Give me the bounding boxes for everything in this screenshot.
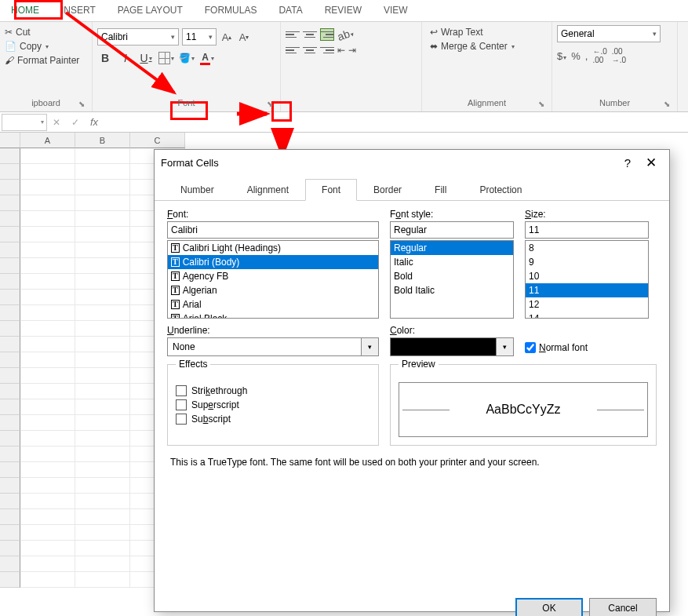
row-header[interactable] [0, 290, 20, 305]
cell[interactable] [20, 447, 75, 462]
row-header[interactable] [0, 431, 20, 447]
row-header[interactable] [0, 478, 20, 494]
cell[interactable] [75, 337, 130, 352]
wrap-text-button[interactable]: ↩Wrap Text [427, 25, 547, 39]
cell[interactable] [20, 415, 75, 431]
fill-color-button[interactable]: 🪣▾ [179, 50, 195, 66]
name-box[interactable]: ▾ [2, 114, 47, 131]
row-header[interactable] [0, 556, 20, 572]
cell[interactable] [75, 415, 130, 431]
list-item[interactable]: TArial Black [168, 312, 378, 319]
cell[interactable] [20, 399, 75, 415]
row-header[interactable] [0, 227, 20, 242]
fontstyle-listbox[interactable]: RegularItalicBoldBold Italic [390, 240, 514, 319]
dlg-tab-protection[interactable]: Protection [463, 179, 538, 201]
row-header[interactable] [0, 274, 20, 290]
row-header[interactable] [0, 462, 20, 478]
cell[interactable] [75, 148, 130, 164]
fontstyle-input[interactable] [390, 221, 514, 239]
cell[interactable] [20, 164, 75, 180]
cancel-button[interactable]: Cancel [589, 598, 657, 616]
list-item[interactable]: Bold [391, 269, 513, 283]
superscript-checkbox[interactable]: Superscript [176, 399, 370, 410]
dlg-tab-border[interactable]: Border [357, 179, 418, 201]
font-family-select[interactable]: Calibri [97, 28, 179, 46]
cell[interactable] [20, 541, 75, 556]
cell[interactable] [75, 164, 130, 180]
cell[interactable] [20, 290, 75, 305]
cell[interactable] [75, 305, 130, 321]
ribbon-tab-data[interactable]: DATA [268, 0, 313, 21]
row-header[interactable] [0, 572, 20, 588]
size-listbox[interactable]: 8910111214 [525, 240, 649, 319]
color-dropdown-icon[interactable]: ▾ [497, 337, 514, 356]
select-all-corner[interactable] [0, 133, 20, 148]
cell[interactable] [20, 305, 75, 321]
borders-button[interactable]: ▾ [158, 50, 174, 66]
col-header[interactable]: B [75, 133, 130, 148]
dlg-tab-fill[interactable]: Fill [418, 179, 463, 201]
row-header[interactable] [0, 494, 20, 509]
list-item[interactable]: 11 [526, 283, 648, 297]
cell[interactable] [75, 447, 130, 462]
cell[interactable] [20, 211, 75, 227]
cell[interactable] [75, 352, 130, 368]
dlg-tab-font[interactable]: Font [305, 179, 357, 201]
cell[interactable] [20, 572, 75, 588]
decrease-indent-icon[interactable]: ⇤ [337, 45, 345, 56]
ribbon-tab-insert[interactable]: INSERT [50, 0, 107, 21]
cell[interactable] [20, 258, 75, 274]
cancel-formula-icon[interactable]: ✕ [47, 113, 66, 132]
enter-formula-icon[interactable]: ✓ [66, 113, 85, 132]
cell[interactable] [20, 227, 75, 242]
dlg-tab-alignment[interactable]: Alignment [231, 179, 305, 201]
cell[interactable] [75, 384, 130, 399]
col-header[interactable]: C [130, 133, 185, 148]
cell[interactable] [75, 431, 130, 447]
row-header[interactable] [0, 415, 20, 431]
dialog-help-icon[interactable]: ? [616, 151, 639, 173]
row-header[interactable] [0, 180, 20, 195]
list-item[interactable]: TAgency FB [168, 269, 378, 283]
accounting-format-icon[interactable]: $▾ [557, 50, 566, 62]
row-header[interactable] [0, 242, 20, 258]
font-input[interactable] [167, 221, 379, 239]
ok-button[interactable]: OK [515, 598, 583, 616]
cell[interactable] [20, 384, 75, 399]
cell[interactable] [20, 321, 75, 337]
cell[interactable] [75, 462, 130, 478]
cell[interactable] [20, 431, 75, 447]
cell[interactable] [75, 195, 130, 211]
cell[interactable] [20, 180, 75, 195]
cell[interactable] [75, 478, 130, 494]
ribbon-tab-formulas[interactable]: FORMULAS [194, 0, 268, 21]
cell[interactable] [20, 556, 75, 572]
insert-function-icon[interactable]: fx [85, 113, 104, 132]
increase-font-icon[interactable]: A▴ [220, 29, 234, 45]
list-item[interactable]: TAlgerian [168, 283, 378, 297]
cell[interactable] [75, 399, 130, 415]
cell[interactable] [75, 525, 130, 541]
alignment-launcher[interactable]: ⬊ [536, 99, 547, 110]
cell[interactable] [20, 274, 75, 290]
subscript-checkbox[interactable]: Subscript [176, 414, 370, 425]
cell[interactable] [75, 242, 130, 258]
cell[interactable] [20, 337, 75, 352]
cell[interactable] [75, 258, 130, 274]
decrease-font-icon[interactable]: A▾ [237, 29, 251, 45]
cell[interactable] [75, 509, 130, 525]
cell[interactable] [20, 352, 75, 368]
list-item[interactable]: TCalibri Light (Headings) [168, 241, 378, 255]
font-size-select[interactable]: 11 [182, 28, 217, 46]
orientation-button[interactable]: ab▾ [336, 26, 355, 43]
list-item[interactable]: Regular [391, 241, 513, 255]
merge-center-button[interactable]: ⬌Merge & Center▾ [427, 39, 547, 53]
align-top-icon[interactable] [286, 28, 300, 41]
align-center-icon[interactable] [303, 44, 317, 56]
list-item[interactable]: Italic [391, 255, 513, 269]
cell[interactable] [75, 572, 130, 588]
cell[interactable] [20, 242, 75, 258]
ribbon-tab-review[interactable]: REVIEW [314, 0, 373, 21]
color-swatch[interactable] [390, 337, 497, 356]
row-header[interactable] [0, 368, 20, 384]
